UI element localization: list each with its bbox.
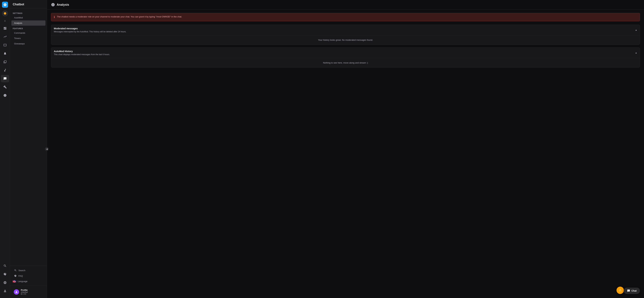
- language-item[interactable]: Language: [10, 279, 47, 284]
- warning-icon: ℹ: [54, 15, 55, 19]
- moderated-messages-body: Your history looks great. No moderated m…: [51, 35, 640, 44]
- chat-fab[interactable]: Chat: [624, 288, 640, 294]
- settings-section-label: SETTINGS: [10, 11, 47, 15]
- moderated-messages-toggle[interactable]: ▲: [635, 29, 637, 31]
- moderated-messages-title: Moderated messages: [54, 27, 126, 30]
- moderated-messages-card-header[interactable]: Moderated messages Messages intercepted …: [51, 25, 640, 35]
- nav-sidebar-content: SETTINGS AutoMod Analysis FEATURES Comma…: [10, 8, 47, 266]
- sidebar-item-tools[interactable]: [1, 83, 9, 91]
- sidebar-item-faq[interactable]: [1, 271, 9, 278]
- sidebar-item-language[interactable]: [1, 279, 9, 286]
- sidebar-item-epidemic-sound[interactable]: [1, 66, 9, 74]
- page-body: ℹ The chatbot needs a moderator role on …: [47, 9, 644, 298]
- automod-history-toggle[interactable]: ▲: [635, 52, 637, 54]
- nav-sidebar: Chatbot ◀ SETTINGS AutoMod Analysis FEAT…: [10, 0, 47, 298]
- sidebar-item-tutorials[interactable]: [1, 92, 9, 99]
- moderated-messages-card-header-left: Moderated messages Messages intercepted …: [54, 27, 126, 33]
- stream-status-widget: 0: [2, 10, 8, 22]
- sidebar-item-search[interactable]: [1, 262, 9, 270]
- automod-history-card: AutoMod History This chart displays mode…: [51, 47, 640, 67]
- page-title: Analysis: [57, 3, 69, 6]
- profile-user-id: v54a35af: [21, 291, 28, 293]
- page-header: Analysis: [47, 0, 644, 9]
- automod-history-card-header-left: AutoMod History This chart displays mode…: [54, 50, 110, 56]
- profile-info: Profile v54a35af ID: 172: [21, 289, 28, 295]
- warning-banner: ℹ The chatbot needs a moderator role on …: [51, 13, 640, 21]
- stream-dot: [4, 12, 6, 14]
- nav-item-analysis[interactable]: Analysis: [12, 20, 46, 26]
- automod-history-empty: Nothing to see here, move along and stre…: [323, 61, 368, 64]
- sidebar-item-alerts[interactable]: [1, 50, 9, 57]
- alert-fab[interactable]: ⚠: [616, 287, 624, 294]
- moderated-messages-subtitle: Messages intercepted by the AutoMod. Thi…: [54, 30, 126, 33]
- main-content: Analysis ℹ The chatbot needs a moderator…: [47, 0, 644, 298]
- icon-sidebar: 0: [0, 0, 10, 298]
- nav-item-commands[interactable]: Commands: [12, 30, 46, 35]
- nav-item-giveaways[interactable]: Giveaways: [12, 41, 46, 46]
- automod-history-body: Nothing to see here, move along and stre…: [51, 58, 640, 67]
- chat-fab-icon: [627, 289, 630, 292]
- app-logo[interactable]: [2, 2, 8, 8]
- nav-item-automod[interactable]: AutoMod: [12, 15, 46, 20]
- automod-history-title: AutoMod History: [54, 50, 110, 53]
- automod-history-subtitle: This chart displays moderated messages f…: [54, 53, 110, 56]
- features-section-label: FEATURES: [10, 26, 47, 30]
- stream-indicator: [2, 10, 8, 16]
- nav-item-timers[interactable]: Timers: [12, 36, 46, 41]
- moderated-messages-card: Moderated messages Messages intercepted …: [51, 25, 640, 45]
- nav-sidebar-footer: Profile v54a35af ID: 172: [10, 286, 47, 298]
- icon-sidebar-bottom: [1, 262, 9, 296]
- profile-id-label: ID: 172: [21, 293, 28, 295]
- moderated-messages-empty: Your history looks great. No moderated m…: [318, 39, 373, 41]
- profile-name: Profile: [21, 289, 28, 291]
- analysis-icon: [51, 3, 55, 7]
- sidebar-item-statistics[interactable]: [1, 33, 9, 40]
- sidebar-item-profile[interactable]: [1, 287, 9, 295]
- search-item[interactable]: Search: [12, 268, 46, 273]
- faq-item[interactable]: FAQ: [12, 273, 46, 279]
- sidebar-item-dashboard[interactable]: [1, 25, 9, 32]
- sidebar-item-stream-assets[interactable]: [1, 58, 9, 65]
- alert-fab-icon: ⚠: [619, 289, 622, 292]
- stream-count: 0: [4, 20, 6, 22]
- chat-fab-label: Chat: [632, 290, 636, 292]
- hide-sidebar-button[interactable]: ◀: [45, 147, 49, 151]
- warning-message: The chatbot needs a moderator role on yo…: [57, 15, 182, 18]
- nav-sidebar-title: Chatbot ◀: [10, 0, 47, 8]
- profile-avatar: [14, 289, 19, 295]
- automod-history-card-header[interactable]: AutoMod History This chart displays mode…: [51, 48, 640, 58]
- language-flag: [13, 280, 16, 283]
- sidebar-item-chatbot[interactable]: [1, 75, 9, 82]
- nav-sidebar-bottom: Search FAQ Language: [10, 266, 47, 286]
- icon-nav-items: [1, 25, 9, 262]
- sidebar-item-overlays[interactable]: [1, 41, 9, 49]
- profile-item[interactable]: Profile v54a35af ID: 172: [13, 288, 44, 296]
